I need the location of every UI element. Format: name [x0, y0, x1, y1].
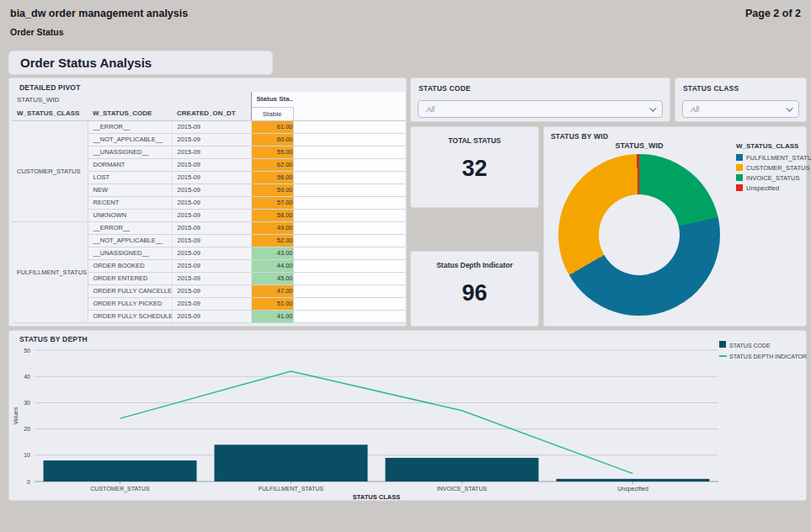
created-on-cell: 2015-09: [172, 158, 251, 171]
row-filler-cell: [293, 171, 405, 184]
status-code-cell: UNKNOWN: [88, 209, 172, 221]
x-tick-label: Unspecified: [617, 486, 648, 492]
status-wid-value-cell: 57.00: [251, 196, 293, 209]
y-tick-label: 30: [24, 400, 30, 406]
y-axis-title: Values: [13, 407, 19, 424]
row-filler-cell: [293, 259, 405, 272]
status-code-cell: LOST: [88, 171, 172, 184]
status-code-filter-label: STATUS CODE: [419, 84, 471, 93]
status-by-wid-donut[interactable]: [558, 154, 720, 316]
donut-legend-title: W_STATUS_CLASS: [736, 142, 811, 150]
bar-CUSTOMER_STATUS[interactable]: [44, 460, 197, 481]
bar-INVOICE_STATUS[interactable]: [386, 458, 539, 481]
status-wid-value-cell: 58.00: [251, 209, 293, 221]
status-class-dropdown[interactable]: All: [682, 100, 799, 118]
row-filler-cell: [293, 234, 405, 247]
status-code-cell: __UNASSIGNED__: [88, 146, 172, 158]
row-filler-cell: [293, 158, 405, 171]
x-axis-title: STATUS CLASS: [353, 493, 400, 501]
created-on-cell: 2015-09: [172, 133, 251, 146]
status-code-cell: __UNASSIGNED__: [88, 247, 172, 259]
row-filler-cell: [293, 146, 405, 158]
legend-label: INVOICE_STATUS: [746, 174, 799, 182]
status-code-cell: ORDER FULLY SCHEDULED: [88, 310, 172, 322]
donut-legend-items: FULFILLMENT_STATUSCUSTOMER_STATUSINVOICE…: [736, 152, 811, 193]
x-tick-label: CUSTOMER_STATUS: [90, 486, 150, 492]
status-code-dropdown[interactable]: All: [418, 100, 663, 118]
row-filler-cell: [293, 272, 405, 285]
created-on-cell: 2015-09: [172, 221, 251, 234]
donut-legend-item: INVOICE_STATUS: [736, 173, 811, 183]
total-status-label: TOTAL STATUS: [411, 136, 538, 145]
created-on-cell: 2015-09: [172, 209, 251, 221]
section-title-bar: Order Status Analysis: [8, 51, 273, 75]
donut-legend-item: CUSTOMER_STATUS: [736, 162, 811, 173]
status-wid-value-cell: 56.00: [251, 171, 293, 184]
status-by-wid-title: STATUS BY WID: [551, 132, 608, 141]
row-filler-cell: [293, 133, 405, 146]
y-tick-label: 0: [27, 479, 30, 485]
status-code-cell: ORDER FULLY PICKED: [88, 297, 172, 310]
status-code-cell: ORDER BOOKED: [88, 259, 172, 272]
status-code-cell: __NOT_APPLICABLE__: [88, 133, 172, 146]
status-by-wid-panel: STATUS BY WID STATUS_WID W_STATUS_CLASS …: [543, 126, 807, 327]
status-code-cell: __NOT_APPLICABLE__: [88, 234, 172, 247]
bar-Unspecified[interactable]: [557, 479, 710, 481]
bar-FULFILLMENT_STATUS[interactable]: [215, 444, 368, 481]
pivot-table-wrap: STATUS_WID Status Sta... W_STATUS_CLASS …: [12, 92, 405, 323]
status-depth-indicator-value: 96: [411, 280, 538, 306]
status-code-dropdown-value: All: [426, 105, 435, 114]
status-class-filter-panel: STATUS CLASS All: [675, 77, 807, 122]
row-filler-cell: [293, 221, 405, 234]
status-wid-value-cell: 62.00: [251, 158, 293, 171]
pivot-title: DETAILED PIVOT: [19, 83, 81, 92]
row-filler-cell: [293, 120, 405, 133]
col-header-stable: Stable: [251, 107, 293, 120]
status-wid-value-cell: 49.00: [251, 221, 293, 234]
status-wid-value-cell: 47.00: [251, 285, 293, 297]
status-wid-value-cell: 44.00: [251, 259, 293, 272]
status-depth-indicator-line[interactable]: [120, 371, 633, 474]
y-tick-label: 10: [24, 452, 30, 458]
legend-swatch-icon: [736, 174, 743, 181]
donut-legend-item: Unspecified: [736, 183, 811, 193]
legend-label: STATUS DEPTH INDICATOR: [729, 354, 807, 359]
created-on-cell: 2015-09: [172, 247, 251, 259]
status-wid-value-cell: 59.00: [251, 184, 293, 196]
row-filler-cell: [293, 209, 405, 221]
x-tick-label: INVOICE_STATUS: [437, 486, 488, 492]
status-code-cell: DORMANT: [88, 158, 172, 171]
y-tick-label: 40: [24, 374, 30, 380]
legend-swatch-icon: [719, 341, 726, 348]
created-on-cell: 2015-09: [172, 259, 251, 272]
status-depth-indicator-card: Status Depth Indicator 96: [410, 251, 539, 327]
status-wid-value-cell: 61.00: [251, 120, 293, 133]
status-code-cell: __ERROR__: [88, 120, 172, 133]
status-wid-value-cell: 51.00: [251, 297, 293, 310]
created-on-cell: 2015-09: [172, 184, 251, 196]
legend-swatch-icon: [736, 164, 743, 171]
page-indicator: Page 2 of 2: [745, 8, 801, 19]
status-by-depth-panel: STATUS BY DEPTH 01020304050ValuesCUSTOME…: [8, 330, 807, 501]
detailed-pivot-panel: DETAILED PIVOT STATUS_WID Status Sta... …: [8, 77, 407, 327]
status-code-cell: __ERROR__: [88, 221, 172, 234]
status-wid-value-cell: 43.00: [251, 247, 293, 259]
status-wid-value-cell: 60.00: [251, 133, 293, 146]
created-on-cell: 2015-09: [172, 310, 251, 322]
status-class-cell: FULFILLMENT_STATUS: [12, 221, 88, 322]
legend-swatch-icon: [736, 184, 743, 191]
status-depth-indicator-label: Status Depth Indicator: [411, 261, 538, 269]
status-wid-value-cell: 55.00: [251, 146, 293, 158]
status-wid-value-cell: 41.00: [251, 310, 293, 322]
status-class-dropdown-value: All: [691, 105, 699, 114]
status-by-depth-chart: 01020304050ValuesCUSTOMER_STATUSFULFILLM…: [9, 331, 808, 502]
total-status-card: TOTAL STATUS 32: [410, 126, 539, 208]
header-filler: [293, 92, 405, 107]
total-status-value: 32: [411, 156, 538, 182]
created-on-cell: 2015-09: [172, 285, 251, 297]
measure-label: STATUS_WID: [12, 92, 251, 107]
created-on-cell: 2015-09: [172, 120, 251, 133]
pivot-measure-row: STATUS_WID Status Sta...: [12, 92, 405, 107]
legend-label: CUSTOMER_STATUS: [746, 164, 809, 172]
legend-label: Unspecified: [746, 184, 779, 192]
